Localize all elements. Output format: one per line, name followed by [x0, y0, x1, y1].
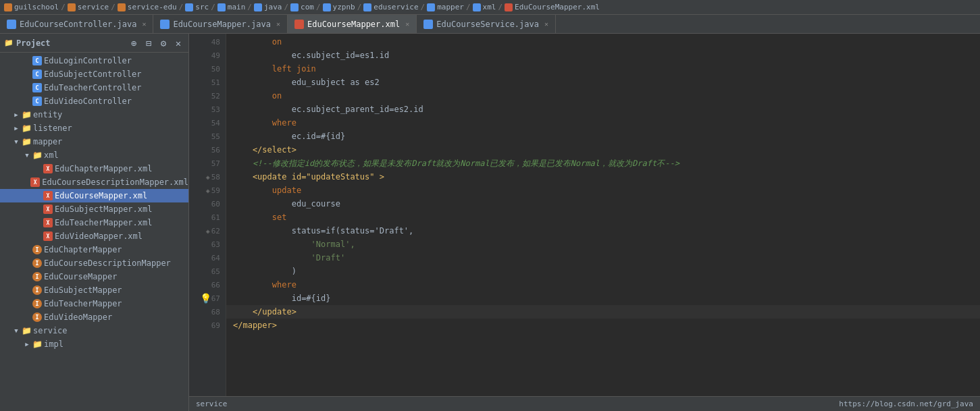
tree-item[interactable]: XEduCourseDescriptionMapper.xml: [0, 175, 188, 189]
breadcrumb-item[interactable]: com: [290, 3, 314, 11]
breadcrumb-icon: [323, 3, 331, 11]
tree-indent: [0, 110, 11, 119]
line-number: 66: [189, 278, 226, 292]
tree-item[interactable]: XEduChapterMapper.xml: [0, 162, 188, 175]
tree-item[interactable]: XEduSubjectMapper.xml: [0, 202, 188, 216]
tree-item-label: EduCourseDescriptionMapper.xml: [42, 177, 188, 187]
tree-item[interactable]: IEduTeacherMapper: [0, 297, 188, 310]
tree-item[interactable]: ▶📁listener: [0, 121, 188, 135]
tree-node-icon: I: [32, 285, 42, 295]
tab-close-button[interactable]: ✕: [276, 20, 280, 28]
line-number: 51: [189, 76, 226, 89]
fold-icon[interactable]: ◈: [206, 173, 210, 181]
tree-item[interactable]: CEduTeacherController: [0, 81, 188, 94]
tree-item[interactable]: XEduVideoMapper.xml: [0, 229, 188, 243]
tree-node-icon: I: [32, 272, 42, 281]
breadcrumb-item[interactable]: EduCourseMapper.xml: [505, 3, 600, 11]
tree-item[interactable]: ▶📁entity: [0, 108, 188, 121]
breadcrumb-icon: [118, 3, 126, 11]
editor-tab[interactable]: EduCourseMapper.java✕: [153, 15, 288, 33]
collapse-button[interactable]: ⊟: [143, 37, 155, 49]
tree-item[interactable]: ▶📁impl: [0, 337, 188, 351]
line-number: 50: [189, 62, 226, 76]
breadcrumb-item[interactable]: xml: [473, 3, 496, 11]
tree-item[interactable]: IEduSubjectMapper: [0, 283, 188, 297]
editor-area: 48495051525354555657◈58◈596061◈626364656…: [189, 34, 980, 411]
breadcrumb-item[interactable]: yzpnb: [323, 3, 355, 11]
sidebar: 📁 Project ⊕ ⊟ ⚙ ✕ CEduLoginController CE…: [0, 34, 189, 411]
tree-item-label: EduChapterMapper.xml: [55, 164, 153, 173]
breadcrumb-icon: [505, 3, 513, 11]
code-line: ec.id=#{id}: [226, 130, 980, 143]
tree-indent: [0, 124, 11, 133]
code-line: <update id="updateStatus" >: [226, 170, 980, 184]
tree-item-label: EduCourseMapper.xml: [55, 191, 147, 200]
breadcrumb-item[interactable]: service: [68, 3, 109, 11]
breadcrumb-separator: /: [247, 3, 252, 11]
editor-tab[interactable]: EduCourseService.java✕: [417, 15, 556, 33]
breadcrumb-item[interactable]: service-edu: [118, 3, 177, 11]
breadcrumb-item[interactable]: eduservice: [363, 3, 418, 11]
line-number: 💡67: [189, 292, 226, 305]
fold-icon[interactable]: ◈: [206, 227, 210, 235]
breadcrumb-item[interactable]: mapper: [427, 3, 464, 11]
line-number: 55: [189, 130, 226, 143]
line-number: 64: [189, 251, 226, 265]
line-number: 60: [189, 197, 226, 211]
breadcrumb-icon: [427, 3, 435, 11]
tree-node-icon: 📁: [32, 150, 42, 160]
editor-tab[interactable]: EduCourseController.java✕: [0, 15, 153, 33]
code-content[interactable]: on ec.subject_id=es1.id left join edu_su…: [226, 34, 980, 396]
code-line: 'Draft': [226, 251, 980, 265]
line-number: 52: [189, 89, 226, 103]
tree-indent: [0, 56, 22, 65]
lightbulb-icon[interactable]: 💡: [200, 293, 211, 304]
tree-node-icon: 📁: [22, 124, 31, 133]
tree-item[interactable]: CEduVideoController: [0, 94, 188, 108]
tree-indent: [0, 204, 32, 214]
tree-item[interactable]: IEduChapterMapper: [0, 243, 188, 256]
tree-item-label: EduCourseMapper: [44, 272, 117, 281]
tree-item[interactable]: IEduVideoMapper: [0, 310, 188, 324]
status-left: service: [196, 400, 227, 408]
add-content-button[interactable]: ⊕: [128, 37, 140, 49]
breadcrumb-separator: /: [357, 3, 362, 11]
tree-item[interactable]: ▼📁mapper: [0, 135, 188, 148]
close-sidebar-button[interactable]: ✕: [172, 37, 184, 49]
tree-item-label: xml: [44, 150, 59, 160]
tab-close-button[interactable]: ✕: [405, 20, 409, 28]
sidebar-title: Project: [16, 38, 125, 48]
breadcrumb-item[interactable]: main: [217, 3, 246, 11]
tab-close-button[interactable]: ✕: [544, 20, 548, 28]
line-number: 56: [189, 143, 226, 157]
tree-indent: [0, 285, 22, 295]
tree-indent: [0, 97, 22, 106]
tree-indent: [0, 150, 22, 160]
tree-item[interactable]: XEduTeacherMapper.xml: [0, 216, 188, 229]
tree-item[interactable]: ▼📁xml: [0, 148, 188, 162]
breadcrumb-item[interactable]: java: [254, 3, 282, 11]
tree-item[interactable]: CEduLoginController: [0, 54, 188, 67]
line-number: 49: [189, 49, 226, 62]
tab-close-button[interactable]: ✕: [142, 20, 146, 28]
tree-item-label: EduSubjectMapper: [44, 285, 122, 295]
breadcrumb-bar: guilschool/service/service-edu/src/main/…: [0, 0, 980, 15]
breadcrumb-separator: /: [111, 3, 115, 11]
code-line: where: [226, 116, 980, 130]
settings-button[interactable]: ⚙: [157, 37, 170, 49]
tree-arrow: ▶: [11, 125, 22, 132]
tree-item[interactable]: IEduCourseMapper: [0, 270, 188, 283]
tree-item[interactable]: XEduCourseMapper.xml: [0, 189, 188, 202]
tree-item-label: service: [33, 326, 68, 335]
tree-item[interactable]: IEduCourseDescriptionMapper: [0, 256, 188, 270]
tree-indent: [0, 299, 22, 308]
code-line: ): [226, 265, 980, 278]
tree-item[interactable]: ▼📁service: [0, 324, 188, 337]
breadcrumb-item[interactable]: src: [185, 3, 209, 11]
tree-arrow: ▼: [22, 152, 32, 159]
editor-tab[interactable]: EduCourseMapper.xml✕: [288, 15, 417, 33]
breadcrumb-item[interactable]: guilschool: [4, 3, 59, 11]
tree-indent: [0, 339, 22, 349]
fold-icon[interactable]: ◈: [206, 187, 210, 194]
tree-item[interactable]: CEduSubjectController: [0, 67, 188, 81]
